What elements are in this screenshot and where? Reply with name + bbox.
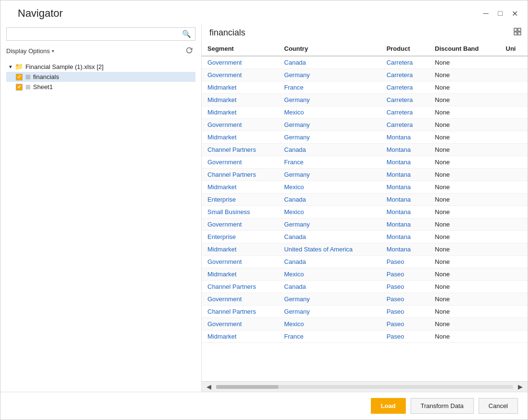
table-cell: Government: [202, 119, 278, 131]
table-cell: None: [429, 56, 500, 69]
scroll-track[interactable]: [216, 385, 513, 389]
table-cell: Carretera: [381, 56, 429, 69]
footer: Load Transform Data Cancel: [0, 392, 528, 420]
table-cell: None: [429, 243, 500, 256]
preview-icon-button[interactable]: [513, 27, 522, 38]
table-cell-uni: [500, 256, 528, 268]
table-cell: Canada: [278, 281, 381, 293]
window-title: Navigator: [18, 7, 63, 20]
svg-rect-0: [514, 28, 517, 31]
table-row: EnterpriseCanadaMontanaNone: [202, 193, 528, 206]
restore-button[interactable]: □: [495, 8, 505, 19]
table-cell: None: [429, 293, 500, 306]
table-cell: None: [429, 94, 500, 106]
table-cell: None: [429, 181, 500, 193]
table-header-row: Segment Country Product Discount Band Un…: [202, 42, 528, 56]
table-cell: Government: [202, 218, 278, 231]
table-row: MidmarketMexicoPaseoNone: [202, 268, 528, 281]
table-cell: Mexico: [278, 106, 381, 119]
table-cell: Montana: [381, 206, 429, 218]
table-cell: None: [429, 81, 500, 94]
table-icon-sheet1: ⊞: [25, 83, 31, 91]
table-cell: Government: [202, 56, 278, 69]
table-scroll-area[interactable]: Segment Country Product Discount Band Un…: [202, 42, 528, 381]
table-cell-uni: [500, 330, 528, 343]
table-cell: Mexico: [278, 268, 381, 281]
checkbox-financials[interactable]: ✓: [16, 74, 23, 80]
table-cell: Montana: [381, 144, 429, 156]
table-cell-uni: [500, 81, 528, 94]
table-row: GovernmentMexicoPaseoNone: [202, 318, 528, 330]
cancel-button[interactable]: Cancel: [479, 398, 518, 414]
load-button[interactable]: Load: [371, 398, 406, 414]
scroll-right-button[interactable]: ▶: [515, 383, 526, 390]
tree-item-sheet1[interactable]: ✓ ⊞ Sheet1: [6, 82, 195, 92]
table-row: Small BusinessMexicoMontanaNone: [202, 206, 528, 218]
table-row: EnterpriseCanadaMontanaNone: [202, 231, 528, 243]
tree-item-financials[interactable]: ✓ ⊞ financials: [6, 72, 195, 82]
table-cell: Germany: [278, 169, 381, 181]
search-icon: 🔍: [182, 30, 191, 38]
close-button[interactable]: ✕: [509, 8, 520, 19]
search-input[interactable]: [11, 31, 182, 38]
table-cell: Channel Partners: [202, 169, 278, 181]
scroll-thumb[interactable]: [216, 385, 278, 389]
table-cell: None: [429, 156, 500, 169]
horizontal-scrollbar[interactable]: ◀ ▶: [202, 381, 528, 392]
table-cell-uni: [500, 156, 528, 169]
svg-rect-3: [518, 32, 521, 35]
table-cell: Canada: [278, 56, 381, 69]
table-cell: Canada: [278, 193, 381, 206]
table-row: GovernmentCanadaCarreteraNone: [202, 56, 528, 69]
table-cell: Paseo: [381, 330, 429, 343]
display-options-label: Display Options: [6, 47, 50, 55]
table-cell-uni: [500, 193, 528, 206]
table-cell: Germany: [278, 131, 381, 144]
transform-data-button[interactable]: Transform Data: [411, 398, 474, 414]
table-row: MidmarketFrancePaseoNone: [202, 330, 528, 343]
col-country: Country: [278, 42, 381, 56]
table-body: GovernmentCanadaCarreteraNoneGovernmentG…: [202, 56, 528, 343]
table-cell: Carretera: [381, 106, 429, 119]
table-cell: Paseo: [381, 281, 429, 293]
folder-icon: 📁: [15, 63, 23, 70]
table-cell: Mexico: [278, 181, 381, 193]
table-cell: Montana: [381, 169, 429, 181]
table-cell: Montana: [381, 131, 429, 144]
table-cell-uni: [500, 119, 528, 131]
table-row: MidmarketMexicoCarreteraNone: [202, 106, 528, 119]
table-container: Segment Country Product Discount Band Un…: [202, 42, 528, 392]
table-row: GovernmentGermanyCarreteraNone: [202, 119, 528, 131]
table-row: MidmarketFranceCarreteraNone: [202, 81, 528, 94]
tree-item-label: Financial Sample (1).xlsx [2]: [25, 63, 103, 70]
table-cell: Germany: [278, 218, 381, 231]
table-cell: Channel Partners: [202, 281, 278, 293]
table-icon: ⊞: [25, 73, 31, 80]
display-options-row: Display Options ▾: [6, 45, 195, 57]
display-options-button[interactable]: Display Options ▾: [6, 47, 54, 55]
table-cell: None: [429, 256, 500, 268]
svg-rect-2: [514, 32, 517, 35]
table-cell: Enterprise: [202, 193, 278, 206]
scroll-left-button[interactable]: ◀: [204, 383, 214, 390]
table-cell-uni: [500, 231, 528, 243]
table-cell-uni: [500, 56, 528, 69]
main-content: 🔍 Display Options ▾ ▼: [0, 23, 528, 392]
table-cell: None: [429, 206, 500, 218]
table-cell: Paseo: [381, 318, 429, 330]
table-cell: United States of America: [278, 243, 381, 256]
table-cell: Montana: [381, 231, 429, 243]
table-cell: None: [429, 306, 500, 318]
refresh-icon-button[interactable]: [183, 45, 195, 57]
col-segment: Segment: [202, 42, 278, 56]
table-cell: Government: [202, 293, 278, 306]
right-panel: financials Segment: [202, 23, 528, 392]
table-cell: Mexico: [278, 318, 381, 330]
checkbox-sheet1[interactable]: ✓: [16, 84, 23, 91]
minimize-button[interactable]: ─: [481, 8, 491, 19]
table-cell-uni: [500, 131, 528, 144]
tree-item-financials-label: financials: [33, 73, 59, 80]
table-cell: Midmarket: [202, 94, 278, 106]
tree-item-sheet1-label: Sheet1: [33, 83, 53, 91]
tree-item-financial-sample[interactable]: ▼ 📁 Financial Sample (1).xlsx [2]: [6, 61, 195, 72]
